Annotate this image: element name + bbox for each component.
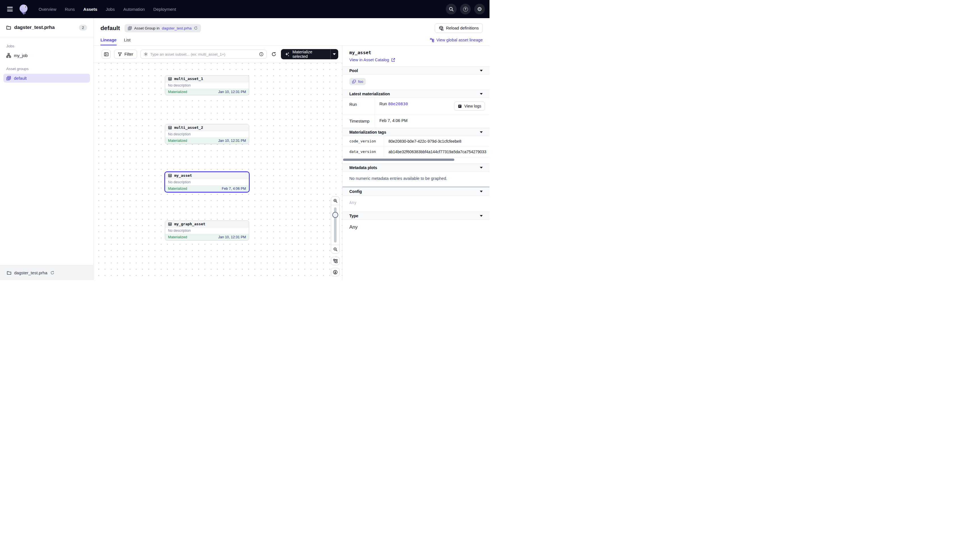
- job-name: my_job: [14, 53, 28, 58]
- nav-item-automation[interactable]: Automation: [123, 7, 145, 12]
- materialize-selected-main[interactable]: Materialize selected: [281, 49, 330, 59]
- panel-toggle-icon: [104, 52, 109, 57]
- arrange-graph-button[interactable]: [331, 257, 340, 265]
- materialization-timestamp: Jan 10, 12:31 PM: [218, 90, 246, 94]
- download-image-button[interactable]: [331, 268, 340, 276]
- chip-repo-link[interactable]: dagster_test.prha: [162, 26, 192, 30]
- sidebar-item-my-job[interactable]: my_job: [3, 51, 90, 60]
- repo-selector[interactable]: dagster_test.prha 2: [0, 18, 93, 37]
- section-header-type[interactable]: Type: [342, 212, 489, 220]
- asset-table-icon: [168, 173, 172, 178]
- materialize-dropdown-toggle[interactable]: [330, 49, 338, 59]
- reload-cube-icon: [439, 26, 444, 31]
- sidebar: dagster_test.prha 2 Jobs my_job Asset gr…: [0, 18, 93, 280]
- lineage-graph-pane: Filter Materialize selected: [93, 46, 342, 280]
- asset-subset-icon: [143, 52, 148, 57]
- reload-repo-icon[interactable]: [50, 271, 55, 275]
- metadata-empty-message: No numeric metadata entries available to…: [342, 172, 489, 187]
- settings-gear-icon[interactable]: ⚙: [474, 4, 485, 15]
- tab-list[interactable]: List: [124, 37, 130, 45]
- section-header-pool[interactable]: Pool: [342, 67, 489, 75]
- tag-value: ab14be32f606383bbf4a144cf77319a5da7ca754…: [384, 147, 489, 157]
- timestamp-value: Feb 7, 4:06 PM: [379, 118, 407, 123]
- zoom-out-icon: [333, 247, 338, 252]
- materialize-selected-label: Materialize selected: [292, 50, 326, 59]
- section-header-metadata-plots[interactable]: Metadata plots: [342, 163, 489, 172]
- sparkle-icon: [285, 52, 290, 57]
- section-header-config[interactable]: Config: [342, 188, 489, 196]
- asset-subset-search: [140, 50, 267, 59]
- nav-item-jobs[interactable]: Jobs: [106, 7, 115, 12]
- external-link-icon: [391, 58, 395, 62]
- help-icon[interactable]: ?: [460, 4, 471, 15]
- copy-stack-icon: [352, 80, 356, 84]
- horizontal-scrollbar[interactable]: [343, 158, 454, 161]
- materialize-selected-button: Materialize selected: [281, 49, 338, 59]
- materialized-status: Materialized: [168, 187, 187, 191]
- toggle-sidebar-panel-button[interactable]: [102, 50, 111, 59]
- asset-node-multi-asset-2[interactable]: multi_asset_2 No description Materialize…: [165, 124, 249, 144]
- asset-node-my-graph-asset[interactable]: my_graph_asset No description Materializ…: [165, 220, 249, 240]
- zoom-slider: [331, 205, 339, 245]
- timestamp-row: Timestamp Feb 7, 4:06 PM: [342, 115, 489, 128]
- run-id-link[interactable]: 80e20830: [388, 102, 408, 106]
- chevron-down-icon: [333, 53, 336, 55]
- view-logs-button[interactable]: View logs: [454, 102, 485, 111]
- asset-groups-section-label: Asset groups: [0, 60, 93, 74]
- nav-item-overview[interactable]: Overview: [38, 7, 57, 12]
- reload-definitions-button[interactable]: Reload definitions: [435, 23, 483, 33]
- asset-description: No description: [165, 228, 249, 234]
- asset-table-icon: [168, 77, 172, 81]
- pool-tag-foo[interactable]: foo: [349, 78, 366, 85]
- zoom-in-button[interactable]: [331, 197, 339, 205]
- logs-icon: [458, 104, 462, 108]
- asset-node-multi-asset-1[interactable]: multi_asset_1 No description Materialize…: [165, 75, 249, 95]
- config-value: Any: [342, 196, 489, 212]
- asset-table-icon: [168, 222, 172, 226]
- asset-subset-input[interactable]: [150, 52, 257, 57]
- sidebar-footer-repo: dagster_test.prha: [0, 265, 93, 280]
- repo-count-badge: 2: [79, 25, 87, 31]
- asset-description: No description: [165, 82, 249, 89]
- menu-icon[interactable]: [5, 4, 15, 15]
- run-value: Run 80e20830: [379, 102, 408, 106]
- nav-item-assets[interactable]: Assets: [83, 7, 97, 12]
- section-header-latest-materialization[interactable]: Latest materialization: [342, 90, 489, 98]
- page-title: default: [100, 25, 120, 32]
- chevron-down-icon: [480, 132, 483, 133]
- nav-links: Overview Runs Assets Jobs Automation Dep…: [38, 7, 176, 12]
- zoom-out-button[interactable]: [331, 245, 339, 253]
- search-icon[interactable]: [446, 4, 457, 15]
- asset-description: No description: [165, 131, 249, 138]
- tag-row-code-version: code_version 80e20830-b0e7-422c-979d-3c1…: [342, 136, 489, 147]
- top-nav: Overview Runs Assets Jobs Automation Dep…: [0, 0, 489, 18]
- asset-name: multi_asset_1: [174, 77, 203, 81]
- folder-icon: [6, 25, 11, 30]
- materialization-timestamp: Feb 7, 4:06 PM: [222, 187, 246, 191]
- group-name: default: [14, 76, 27, 80]
- refresh-icon[interactable]: [194, 26, 198, 30]
- asset-name: multi_asset_2: [174, 125, 203, 130]
- lineage-canvas[interactable]: multi_asset_1 No description Materialize…: [93, 63, 342, 280]
- asset-description: No description: [165, 179, 249, 185]
- nav-item-runs[interactable]: Runs: [65, 7, 75, 12]
- refresh-graph-icon[interactable]: [270, 50, 277, 58]
- section-header-materialization-tags[interactable]: Materialization tags: [342, 128, 489, 136]
- view-in-asset-catalog-link[interactable]: View in Asset Catalog: [349, 58, 483, 62]
- lineage-graph-icon: [430, 38, 434, 42]
- zoom-controls: [331, 196, 340, 253]
- run-label: Run: [342, 98, 375, 114]
- repo-name: dagster_test.prha: [14, 25, 55, 30]
- sidebar-item-group-default[interactable]: default: [3, 74, 90, 83]
- filter-button[interactable]: Filter: [114, 50, 137, 59]
- nav-item-deployment[interactable]: Deployment: [153, 7, 176, 12]
- nav-actions: ? ⚙: [446, 4, 485, 15]
- footer-repo-name: dagster_test.prha: [14, 270, 47, 275]
- asset-node-my-asset[interactable]: my_asset No description MaterializedFeb …: [164, 172, 250, 193]
- asset-details-panel: my_asset View in Asset Catalog Pool foo: [342, 46, 489, 280]
- zoom-slider-handle[interactable]: [332, 212, 338, 218]
- info-icon[interactable]: [259, 52, 264, 57]
- tab-lineage[interactable]: Lineage: [100, 37, 117, 45]
- dagster-logo-icon[interactable]: [18, 4, 29, 15]
- view-global-asset-lineage-link[interactable]: View global asset lineage: [430, 38, 483, 45]
